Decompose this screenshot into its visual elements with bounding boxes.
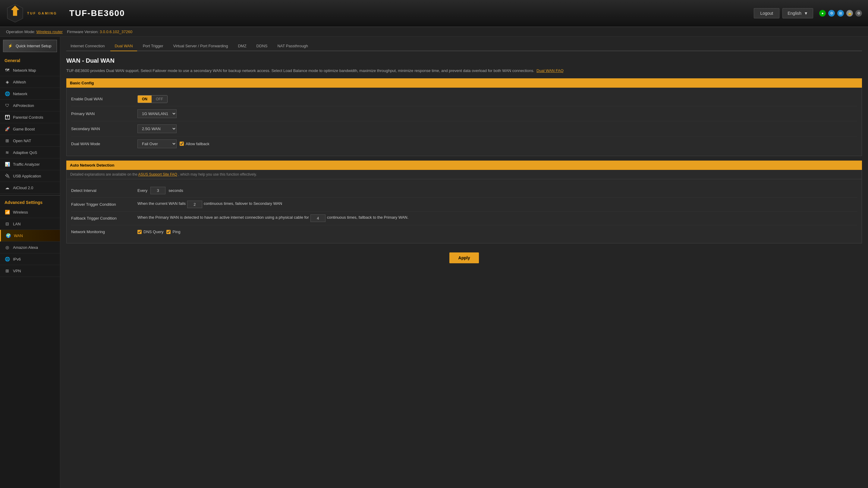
tab-internet-connection[interactable]: Internet Connection bbox=[66, 41, 109, 51]
failover-trigger-control: When the current WAN fails continuous ti… bbox=[137, 201, 857, 208]
dns-query-checkbox[interactable] bbox=[137, 230, 142, 234]
sidebar-item-wireless[interactable]: 📶 Wireless bbox=[0, 206, 60, 218]
sidebar-item-open-nat[interactable]: ⊞ Open NAT bbox=[0, 135, 60, 147]
sidebar-item-aiprotection[interactable]: 🛡 AiProtection bbox=[0, 100, 60, 111]
sidebar-item-aimesh[interactable]: ◈ AiMesh bbox=[0, 76, 60, 88]
auto-detect-header: Auto Network Detection bbox=[66, 161, 862, 170]
failover-trigger-row: Failover Trigger Condition When the curr… bbox=[71, 198, 857, 212]
basic-config-body: Enable Dual WAN ON OFF Primary WAN 1G WA… bbox=[66, 88, 862, 156]
game-boost-icon: 🚀 bbox=[4, 126, 10, 132]
fallback-trigger-label: Fallback Trigger Condition bbox=[71, 216, 137, 221]
sidebar-item-vpn[interactable]: ⊞ VPN bbox=[0, 265, 60, 277]
tab-label: DDNS bbox=[256, 44, 268, 48]
sidebar-item-wan[interactable]: 🌍 WAN bbox=[0, 230, 60, 241]
fallback-prefix: When the Primary WAN is detected to have… bbox=[137, 215, 309, 221]
sidebar-item-parental-controls[interactable]: 👪 Parental Controls bbox=[0, 111, 60, 123]
sidebar-item-label: AiCloud 2.0 bbox=[13, 186, 33, 190]
secondary-wan-row: Secondary WAN 2.5G WAN 1G WAN/LAN1 bbox=[71, 121, 857, 136]
header: TUF GAMING TUF-BE3600 Logout English ▼ ●… bbox=[0, 0, 868, 27]
svg-rect-3 bbox=[16, 9, 18, 10]
tuf-logo bbox=[6, 4, 24, 22]
device-icon[interactable]: ⊞ bbox=[837, 10, 844, 17]
advanced-section-label: Advanced Settings bbox=[0, 197, 60, 206]
sidebar-item-lan[interactable]: ⊟ LAN bbox=[0, 218, 60, 230]
fallback-count-input[interactable] bbox=[310, 215, 326, 222]
basic-config-header: Basic Config bbox=[66, 78, 862, 88]
allow-fallback-checkbox[interactable] bbox=[180, 141, 184, 146]
sidebar-item-usb-application[interactable]: 🔌 USB Application bbox=[0, 170, 60, 182]
header-actions: Logout English ▼ ● ⚙ ⊞ 🔒 ⚙ bbox=[754, 8, 862, 19]
quick-setup-icon: ⚡ bbox=[8, 44, 13, 48]
seconds-text: seconds bbox=[168, 188, 183, 193]
sidebar-item-traffic-analyzer[interactable]: 📊 Traffic Analyzer bbox=[0, 158, 60, 170]
quick-internet-setup[interactable]: ⚡ Quick Internet Setup bbox=[3, 40, 57, 52]
language-button[interactable]: English ▼ bbox=[782, 8, 813, 19]
sidebar-item-label: AiProtection bbox=[13, 103, 34, 108]
tab-label: Dual WAN bbox=[115, 44, 133, 48]
quick-setup-label: Quick Internet Setup bbox=[16, 44, 52, 48]
sidebar-item-label: Parental Controls bbox=[13, 115, 43, 120]
tab-bar: Internet Connection Dual WAN Port Trigge… bbox=[66, 41, 862, 51]
primary-wan-select[interactable]: 1G WAN/LAN1 2.5G WAN bbox=[137, 109, 177, 118]
asus-support-faq-link[interactable]: ASUS Support Site FAQ bbox=[138, 172, 177, 176]
ping-checkbox[interactable] bbox=[166, 230, 170, 234]
failover-count-input[interactable] bbox=[187, 201, 202, 208]
model-name: TUF-BE3600 bbox=[69, 8, 754, 18]
sidebar-item-ipv6[interactable]: 🌐 IPv6 bbox=[0, 253, 60, 265]
sidebar-item-label: LAN bbox=[13, 222, 21, 226]
dual-wan-mode-select[interactable]: Fail Over Load Balance bbox=[137, 139, 177, 148]
secondary-wan-select[interactable]: 2.5G WAN 1G WAN/LAN1 bbox=[137, 124, 177, 133]
sidebar-item-network[interactable]: 🌐 Network bbox=[0, 88, 60, 100]
auto-detect-note-suffix: , which may help you use this function e… bbox=[178, 172, 257, 176]
gear-icon[interactable]: ⚙ bbox=[855, 10, 862, 17]
allow-fallback-text: Allow fallback bbox=[186, 141, 210, 146]
brand-text: TUF GAMING bbox=[27, 11, 57, 15]
sidebar-item-label: USB Application bbox=[13, 174, 41, 178]
chevron-down-icon: ▼ bbox=[804, 11, 808, 16]
dual-wan-mode-row: Dual WAN Mode Fail Over Load Balance All… bbox=[71, 136, 857, 151]
network-monitoring-row: Network Monitoring DNS Query Ping bbox=[71, 225, 857, 238]
tab-ddns[interactable]: DDNS bbox=[252, 41, 272, 51]
status-bar: Operation Mode: Wireless router Firmware… bbox=[0, 27, 868, 37]
sidebar-item-adaptive-qos[interactable]: ≋ Adaptive QoS bbox=[0, 147, 60, 158]
tab-port-trigger[interactable]: Port Trigger bbox=[138, 41, 167, 51]
sidebar-item-game-boost[interactable]: 🚀 Game Boost bbox=[0, 123, 60, 135]
adaptive-qos-icon: ≋ bbox=[4, 150, 10, 155]
secondary-wan-label: Secondary WAN bbox=[71, 127, 137, 131]
operation-mode-value[interactable]: Wireless router bbox=[36, 30, 62, 34]
dns-query-label[interactable]: DNS Query bbox=[137, 230, 163, 234]
main-content: Internet Connection Dual WAN Port Trigge… bbox=[60, 37, 868, 488]
sidebar-item-amazon-alexa[interactable]: ◎ Amazon Alexa bbox=[0, 241, 60, 253]
dual-wan-toggle[interactable]: ON OFF bbox=[137, 95, 167, 103]
detect-interval-input[interactable] bbox=[150, 187, 165, 194]
dual-wan-faq-link[interactable]: Dual WAN FAQ bbox=[536, 68, 564, 73]
network-icon: 🌐 bbox=[4, 91, 10, 96]
toggle-on[interactable]: ON bbox=[138, 96, 152, 103]
failover-suffix: continuous times, failover to Secondary … bbox=[204, 201, 282, 207]
logout-button[interactable]: Logout bbox=[754, 8, 779, 19]
svg-rect-2 bbox=[12, 9, 14, 10]
sidebar-item-label: IPv6 bbox=[13, 257, 21, 261]
info-icon[interactable]: 🔒 bbox=[846, 10, 853, 17]
sidebar-item-label: Network Map bbox=[13, 68, 36, 73]
settings-icon[interactable]: ⚙ bbox=[828, 10, 835, 17]
tab-dual-wan[interactable]: Dual WAN bbox=[110, 41, 137, 51]
network-monitoring-control: DNS Query Ping bbox=[137, 230, 857, 234]
page-title: WAN - Dual WAN bbox=[66, 57, 862, 64]
ping-label[interactable]: Ping bbox=[166, 230, 180, 234]
tab-label: DMZ bbox=[238, 44, 246, 48]
sidebar-item-aicloud[interactable]: ☁ AiCloud 2.0 bbox=[0, 182, 60, 194]
allow-fallback-label[interactable]: Allow fallback bbox=[180, 141, 210, 146]
auto-detect-body: Detect Interval Every seconds Failover T… bbox=[66, 179, 862, 243]
failover-trigger-label: Failover Trigger Condition bbox=[71, 202, 137, 207]
toggle-off[interactable]: OFF bbox=[152, 96, 167, 103]
page-desc-text: TUF-BE3600 provides Dual WAN support. Se… bbox=[66, 68, 534, 73]
tab-virtual-server[interactable]: Virtual Server / Port Forwarding bbox=[169, 41, 232, 51]
tab-nat-passthrough[interactable]: NAT Passthrough bbox=[273, 41, 312, 51]
sidebar-item-network-map[interactable]: 🗺 Network Map bbox=[0, 64, 60, 76]
apply-area: Apply bbox=[66, 248, 862, 263]
sidebar-item-label: WAN bbox=[14, 233, 23, 238]
apply-button[interactable]: Apply bbox=[450, 253, 479, 263]
network-status-icon[interactable]: ● bbox=[819, 10, 826, 17]
tab-dmz[interactable]: DMZ bbox=[234, 41, 250, 51]
